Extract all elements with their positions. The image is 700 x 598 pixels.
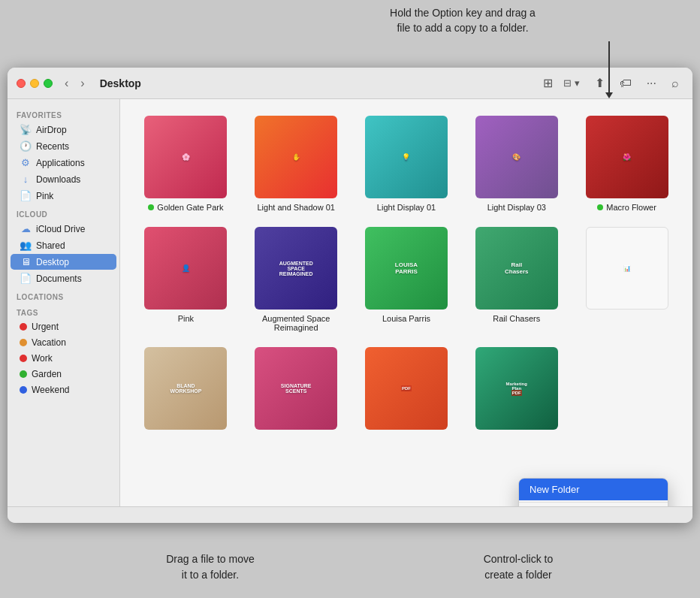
minimize-button[interactable] [30, 79, 39, 88]
file-item-light-display-01[interactable]: 💡 Light Display 01 [353, 111, 460, 216]
sidebar-item-applications[interactable]: ⚙ Applications [11, 155, 116, 171]
title-bar: ‹ › Desktop ⊞ ⊟ ▾ ⬆ 🏷 ··· ⌕ [8, 68, 692, 99]
sidebar-section-locations: Locations [8, 287, 119, 303]
sidebar-label-recents: Recents [36, 141, 69, 152]
sidebar-label-documents: Documents [36, 273, 82, 284]
file-thumb-pink: 👤 [144, 227, 227, 310]
file-item-light-display-03[interactable]: 🎨 Light Display 03 [463, 111, 570, 216]
more-button[interactable]: ··· [642, 74, 661, 93]
file-label-light-display-01: Light Display 01 [377, 203, 436, 212]
ctx-show-inspector[interactable]: Show Inspector [519, 504, 668, 506]
sidebar-label-icloud-drive: iCloud Drive [36, 224, 85, 234]
file-thumb-signature-scents: SIGNATURESCENTS [255, 347, 337, 430]
file-thumb-bland-workshop: BLANDWORKSHOP [144, 347, 227, 430]
sidebar-item-tag-vacation[interactable]: Vacation [11, 335, 116, 350]
ctx-divider-1 [519, 502, 668, 503]
sidebar-label-desktop: Desktop [36, 257, 69, 267]
icon-view-button[interactable]: ⊞ [539, 73, 557, 93]
file-thumb-louisa-parris: LOUISAPARRIS [365, 227, 448, 310]
file-item-bland-workshop[interactable]: BLANDWORKSHOP [132, 343, 240, 439]
bottom-left-annotation: Drag a file to move it to a folder. [150, 551, 270, 583]
share-button[interactable]: ⬆ [590, 73, 609, 93]
file-item-marketing-plan[interactable]: MarketingPlanPDF [463, 343, 570, 439]
sidebar-item-recents[interactable]: 🕐 Recents [11, 138, 116, 154]
sidebar-item-tag-garden[interactable]: Garden [11, 367, 116, 382]
documents-icon: 📄 [20, 273, 32, 284]
file-thumb-farmers-market: PDF [365, 347, 448, 430]
finder-window: ‹ › Desktop ⊞ ⊟ ▾ ⬆ 🏷 ··· ⌕ Favorites 📡 … [8, 68, 692, 523]
file-label-light-shadow: Light and Shadow 01 [258, 203, 335, 212]
downloads-icon: ↓ [20, 174, 32, 185]
sidebar-section-icloud: iCloud [8, 204, 119, 220]
top-annotation: Hold the Option key and drag a file to a… [255, 6, 670, 35]
sidebar-item-desktop[interactable]: 🖥 Desktop [11, 254, 116, 270]
sidebar-label-urgent: Urgent [32, 322, 59, 332]
sidebar-item-tag-work[interactable]: Work [11, 351, 116, 366]
sidebar-item-tag-urgent[interactable]: Urgent [11, 319, 116, 334]
green-dot-2 [597, 204, 603, 210]
search-button[interactable]: ⌕ [667, 74, 683, 93]
ctx-new-folder[interactable]: New Folder [519, 479, 668, 500]
sidebar-item-pink[interactable]: 📄 Pink [11, 188, 116, 204]
file-thumb-light-shadow: ✋ [255, 116, 337, 198]
view-toggle: ⊞ ⊟ ▾ [539, 73, 584, 93]
maximize-button[interactable] [44, 79, 53, 88]
sidebar-label-weekend: Weekend [32, 385, 69, 395]
annotation-arrow [608, 41, 610, 94]
back-button[interactable]: ‹ [62, 75, 71, 92]
airdrop-icon: 📡 [20, 124, 32, 135]
sidebar-label-applications: Applications [36, 158, 85, 168]
close-button[interactable] [17, 79, 26, 88]
tag-urgent-dot [20, 323, 27, 331]
green-dot [148, 204, 154, 210]
file-item-farmers-market[interactable]: PDF [353, 343, 460, 439]
bottom-right-annotation: Control-click to create a folder [443, 551, 593, 583]
sidebar-item-documents[interactable]: 📄 Documents [11, 270, 116, 286]
sidebar-label-vacation: Vacation [32, 337, 66, 348]
applications-icon: ⚙ [20, 157, 32, 168]
file-item-chart[interactable]: 📊 [573, 222, 680, 319]
file-thumb-light-display-01: 💡 [365, 116, 448, 198]
sidebar-item-shared[interactable]: 👥 Shared [11, 237, 116, 253]
sidebar-item-downloads[interactable]: ↓ Downloads [11, 171, 116, 187]
recents-icon: 🕐 [20, 140, 32, 152]
file-area: 🌸 Golden Gate Park ✋ Light and Shadow 01 [120, 99, 692, 506]
file-label-light-display-03: Light Display 03 [487, 203, 546, 212]
tag-vacation-dot [20, 339, 27, 346]
sidebar-item-icloud-drive[interactable]: ☁ iCloud Drive [11, 221, 116, 237]
sidebar-item-tag-weekend[interactable]: Weekend [11, 382, 116, 397]
file-thumb-augmented-space: AUGMENTEDSPACEREIMAGINED [255, 227, 337, 310]
context-menu-container: 📊 New Folder Show Inspector [573, 222, 680, 337]
window-title: Desktop [100, 77, 141, 89]
file-label-pink: Pink [178, 314, 194, 323]
main-content: Favorites 📡 AirDrop 🕐 Recents ⚙ Applicat… [8, 99, 692, 506]
sidebar-item-airdrop[interactable]: 📡 AirDrop [11, 122, 116, 137]
sidebar-label-work: Work [32, 353, 53, 364]
tag-button[interactable]: 🏷 [615, 74, 636, 93]
desktop-icon: 🖥 [20, 256, 32, 267]
group-view-button[interactable]: ⊟ ▾ [559, 74, 584, 92]
file-label-augmented-space: Augmented Space Reimagined [246, 314, 347, 332]
file-item-pink[interactable]: 👤 Pink [132, 222, 240, 337]
file-item-golden-gate-park[interactable]: 🌸 Golden Gate Park [132, 111, 240, 216]
shared-icon: 👥 [20, 240, 32, 251]
file-item-macro-flower[interactable]: 🌺 Macro Flower [573, 111, 680, 216]
file-label-macro-flower: Macro Flower [597, 203, 656, 212]
file-thumb-macro-flower: 🌺 [586, 116, 668, 198]
sidebar-label-downloads: Downloads [36, 174, 80, 185]
tag-work-dot [20, 355, 27, 362]
tag-garden-dot [20, 370, 27, 378]
file-grid: 🌸 Golden Gate Park ✋ Light and Shadow 01 [132, 111, 680, 439]
file-item-light-shadow[interactable]: ✋ Light and Shadow 01 [243, 111, 350, 216]
file-item-augmented-space[interactable]: AUGMENTEDSPACEREIMAGINED Augmented Space… [243, 222, 350, 337]
file-item-signature-scents[interactable]: SIGNATURESCENTS [243, 343, 350, 439]
file-label-louisa-parris: Louisa Parris [382, 314, 430, 323]
pink-icon: 📄 [20, 190, 32, 201]
sidebar-label-airdrop: AirDrop [36, 125, 67, 135]
forward-button[interactable]: › [77, 75, 87, 92]
file-item-louisa-parris[interactable]: LOUISAPARRIS Louisa Parris [353, 222, 460, 337]
file-thumb-chart: 📊 [586, 227, 668, 310]
file-item-rail-chasers[interactable]: RailChasers Rail Chasers [463, 222, 570, 337]
context-menu: New Folder Show Inspector Use Groups Sor… [518, 478, 668, 506]
traffic-lights [17, 79, 53, 88]
